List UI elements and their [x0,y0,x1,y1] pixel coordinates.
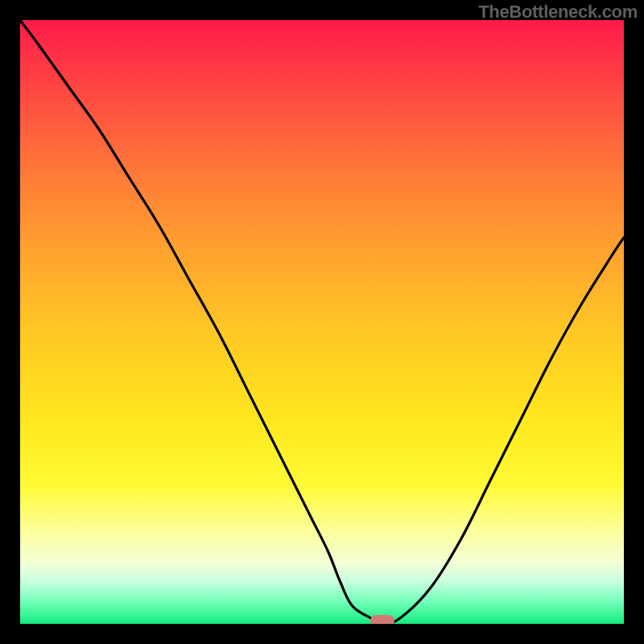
bottleneck-curve [20,20,624,624]
optimal-marker [370,615,394,624]
chart-frame: TheBottleneck.com [0,0,644,644]
plot-area [20,20,624,624]
curve-svg [20,20,624,624]
